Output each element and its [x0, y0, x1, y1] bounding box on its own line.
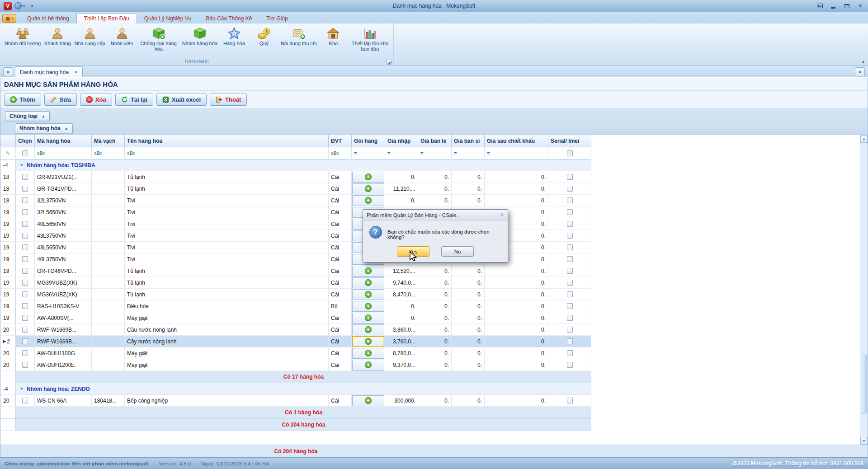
row-checkbox[interactable]: [22, 350, 28, 356]
row-checkbox[interactable]: [567, 291, 573, 297]
document-tab-danh-muc-hang-hoa[interactable]: Danh mục hàng hóa ✕: [15, 66, 83, 77]
row-checkbox[interactable]: [22, 338, 28, 344]
filter-cell[interactable]: =: [452, 147, 485, 159]
package-add-button[interactable]: +: [352, 324, 384, 335]
equals-filter-icon[interactable]: =: [420, 150, 423, 156]
package-add-button[interactable]: +: [352, 172, 384, 183]
row-checkbox[interactable]: [22, 280, 28, 286]
collapse-arrow-icon[interactable]: ▼: [20, 163, 24, 167]
column-header-serial-imei[interactable]: Serial/ Imei: [548, 135, 591, 147]
ribbon-button-kho[interactable]: Kho: [318, 25, 348, 46]
row-checkbox[interactable]: [22, 221, 28, 227]
ribbon-button-nhan-vien[interactable]: Nhân viên: [107, 25, 137, 46]
filter-cell[interactable]: =: [385, 147, 418, 159]
filter-cell[interactable]: aBc: [125, 147, 329, 159]
collapse-arrow-icon[interactable]: ▼: [20, 387, 24, 391]
dialog-titlebar[interactable]: Phần mềm Quản Lý Bán Hàng - CSale. ✕: [363, 210, 508, 220]
table-row[interactable]: 19GR-TG46VPD...Tủ lạnhCái+12,520,...0.0.…: [0, 265, 591, 277]
filter-checkbox[interactable]: [567, 150, 573, 156]
quick-access-chevron-icon[interactable]: ▾: [31, 4, 33, 8]
ribbon-collapse-icon[interactable]: ▴: [862, 59, 864, 64]
tabstrip-close-left-button[interactable]: ✕: [3, 67, 13, 76]
row-checkbox[interactable]: [567, 209, 573, 215]
row-checkbox[interactable]: [22, 174, 28, 180]
close-button[interactable]: ✕: [856, 2, 864, 9]
equals-filter-icon[interactable]: =: [354, 150, 357, 156]
row-checkbox[interactable]: [567, 256, 573, 262]
row-checkbox[interactable]: [22, 291, 28, 297]
abc-filter-icon[interactable]: aBc: [37, 151, 45, 156]
ribbon-button-nhom-doi-tuong[interactable]: Nhóm đối tượng: [3, 25, 42, 46]
table-row[interactable]: 20AW-DUH1100GMáy giặtCái+8,780,0...0.0.0…: [0, 347, 591, 359]
app-menu-icon[interactable]: [14, 2, 22, 9]
ribbon-tab-tro-giup[interactable]: Trợ Giúp: [259, 14, 295, 23]
table-row[interactable]: 19MG36VUBZ(XK)Tủ lạnhCái+8,470,0...0.0.0…: [0, 289, 591, 300]
filter-cell[interactable]: aBc: [92, 147, 125, 159]
column-header-gia-ban-si[interactable]: Giá bán sỉ: [452, 135, 485, 147]
table-row[interactable]: 19MG39VUBZ(XK)Tủ lạnhCái+9,740,0...0.0.0…: [0, 277, 591, 289]
row-checkbox[interactable]: [22, 268, 28, 274]
equals-filter-icon[interactable]: =: [454, 150, 457, 156]
ribbon-button-chung-loai-hang-hoa[interactable]: Chủng loại hàng hóa: [137, 25, 180, 52]
column-header-gia-ban-le[interactable]: Giá bán lẻ: [418, 135, 452, 147]
row-checkbox[interactable]: [22, 209, 28, 215]
row-checkbox[interactable]: [22, 315, 28, 321]
row-checkbox[interactable]: [567, 338, 573, 344]
equals-filter-icon[interactable]: =: [487, 150, 490, 156]
row-checkbox[interactable]: [22, 398, 28, 403]
row-checkbox[interactable]: [567, 303, 573, 309]
row-checkbox[interactable]: [567, 350, 573, 356]
column-header-dvt[interactable]: ĐVT: [329, 135, 352, 147]
package-add-button[interactable]: +: [352, 395, 384, 406]
maximize-button[interactable]: [843, 2, 851, 9]
table-row[interactable]: ▶2RWF-W1669B...Cây nước nóng lạnhCái+3,7…: [0, 336, 591, 347]
package-add-button[interactable]: +: [352, 360, 384, 371]
chevron-down-icon[interactable]: ▾: [23, 4, 25, 8]
tab-close-icon[interactable]: ✕: [74, 70, 78, 75]
filter-cell[interactable]: =: [485, 147, 548, 159]
table-row[interactable]: 18GR-TG41VPD...Tủ lạnhCái+11,210,...0.0.…: [0, 183, 591, 195]
row-checkbox[interactable]: [567, 174, 573, 180]
package-add-button[interactable]: +: [352, 195, 384, 206]
abc-filter-icon[interactable]: aBc: [94, 151, 102, 156]
row-checkbox[interactable]: [22, 256, 28, 262]
scroll-up-button[interactable]: ▲: [860, 135, 868, 143]
row-checkbox[interactable]: [567, 197, 573, 203]
toolbar-button-thoat[interactable]: Thoát: [210, 94, 247, 106]
row-checkbox[interactable]: [22, 362, 28, 368]
scrollbar-track[interactable]: [860, 143, 868, 437]
table-row[interactable]: 18GR-M21VUZ1(...Tủ lạnhCái+0.0.0.0.: [0, 171, 591, 183]
row-checkbox[interactable]: [567, 186, 573, 192]
column-header-ma-hang-hoa[interactable]: Mã hàng hóa: [35, 135, 92, 147]
package-add-button[interactable]: +: [352, 266, 384, 277]
filter-cell[interactable]: aBc: [35, 147, 92, 159]
toolbar-button-them[interactable]: +Thêm: [4, 94, 41, 106]
row-checkbox[interactable]: [22, 244, 28, 250]
row-checkbox[interactable]: [567, 244, 573, 250]
table-row[interactable]: 1832L3750VNTiviCái+0.0.0.0.: [0, 195, 591, 206]
filter-cell[interactable]: aBc: [329, 147, 352, 159]
table-row[interactable]: 20RWF-W1669B...Cầu nước nóng lạnhCái+3,8…: [0, 324, 591, 336]
screenshot-button[interactable]: [816, 2, 824, 9]
row-checkbox[interactable]: [567, 268, 573, 274]
scrollbar-thumb[interactable]: [861, 355, 867, 413]
abc-filter-icon[interactable]: aBc: [127, 151, 135, 156]
filter-cell[interactable]: =: [352, 147, 385, 159]
table-row[interactable]: 20WS-CN 66A180418...Bếp công nghiệpCái+3…: [0, 395, 591, 407]
column-header-gia-sau-chiet-khau[interactable]: Giá sau chiết khấu: [485, 135, 548, 147]
minimize-button[interactable]: [829, 2, 837, 9]
column-header-ten-hang-hoa[interactable]: Tên hàng hóa: [125, 135, 329, 147]
toolbar-button-tai-lai[interactable]: Tải lại: [115, 94, 153, 106]
row-checkbox[interactable]: [22, 233, 28, 239]
equals-filter-icon[interactable]: =: [387, 150, 390, 156]
package-add-button[interactable]: +: [352, 277, 384, 288]
scroll-down-button[interactable]: ▼: [860, 437, 868, 445]
ribbon-button-nhom-hang-hoa[interactable]: Nhóm hàng hóa: [180, 25, 219, 46]
abc-filter-icon[interactable]: aBc: [331, 151, 339, 156]
filter-cell[interactable]: =: [418, 147, 452, 159]
package-add-button[interactable]: +: [352, 313, 384, 324]
row-checkbox[interactable]: [22, 197, 28, 203]
row-checkbox[interactable]: [567, 221, 573, 227]
column-header-goi-hang[interactable]: Gói hàng: [352, 135, 385, 147]
table-row[interactable]: 19AW-A800SV(...Máy giặtCái+0.0.0.0.: [0, 312, 591, 324]
